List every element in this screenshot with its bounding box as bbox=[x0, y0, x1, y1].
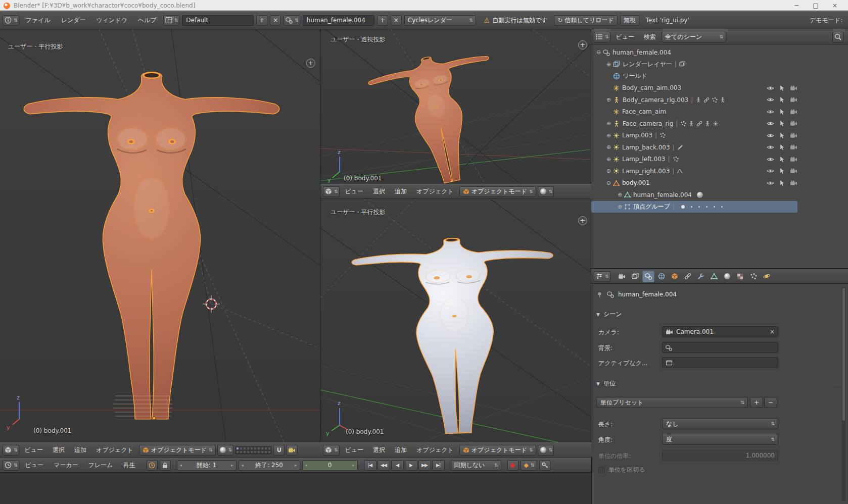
item-label[interactable]: Body_cam_aim.003 bbox=[622, 84, 681, 91]
cursor-icon[interactable] bbox=[779, 144, 785, 150]
editor-type-button[interactable]: ⇅ bbox=[323, 186, 340, 197]
expander-icon[interactable]: ⊕ bbox=[604, 168, 613, 174]
expander-icon[interactable]: ⊕ bbox=[604, 96, 613, 103]
eye-icon[interactable] bbox=[767, 85, 774, 91]
camera-icon[interactable] bbox=[790, 121, 797, 126]
add-scene-button[interactable]: + bbox=[377, 15, 388, 26]
object-menu[interactable]: オブジェクト bbox=[412, 445, 458, 456]
add-menu[interactable]: 追加 bbox=[70, 445, 90, 456]
active-clip-field[interactable] bbox=[662, 357, 778, 368]
expander-icon[interactable]: ⊖ bbox=[604, 180, 613, 186]
jump-start-button[interactable]: |◀ bbox=[364, 460, 376, 471]
cursor-icon[interactable] bbox=[779, 156, 785, 163]
tab-texture[interactable] bbox=[734, 270, 746, 282]
units-panel-header[interactable]: ▼ 単位 ∷∷ bbox=[596, 379, 841, 388]
panel-grip-icon[interactable]: ∷∷ bbox=[833, 380, 841, 387]
camera-icon[interactable] bbox=[790, 85, 797, 91]
play-reverse-button[interactable]: ◀ bbox=[391, 460, 404, 471]
screen-layout-browse-button[interactable]: ⇅ bbox=[163, 15, 180, 26]
viewport-canvas-main[interactable]: z y bbox=[0, 29, 320, 442]
outliner-row-lamp-left[interactable]: ⊕ Lamp_left.003 | bbox=[591, 154, 797, 166]
frame-start-field[interactable]: ◂ 開始: 1 ▸ bbox=[177, 460, 237, 471]
editor-type-button[interactable]: ⇅ bbox=[594, 32, 610, 42]
decrement-arrow[interactable]: ◂ bbox=[180, 463, 182, 468]
eye-icon[interactable] bbox=[767, 168, 774, 174]
delete-scene-button[interactable]: × bbox=[391, 15, 402, 26]
shading-selector[interactable]: ⇅ bbox=[538, 445, 554, 456]
tab-material[interactable] bbox=[721, 270, 733, 282]
eye-icon[interactable] bbox=[767, 97, 774, 103]
item-label[interactable]: Face_camera_rig bbox=[623, 120, 673, 127]
jump-end-button[interactable]: ▶| bbox=[432, 460, 445, 471]
camera-field[interactable]: Camera.001 × bbox=[662, 326, 778, 337]
increment-arrow[interactable]: ▸ bbox=[352, 463, 355, 468]
camera-icon[interactable] bbox=[790, 144, 797, 150]
background-set-field[interactable] bbox=[662, 342, 778, 353]
cursor-icon[interactable] bbox=[779, 109, 785, 115]
tab-constraints[interactable] bbox=[682, 270, 694, 282]
editor-type-button[interactable]: ⇅ bbox=[323, 445, 340, 456]
record-button[interactable] bbox=[507, 460, 519, 471]
remove-preset-button[interactable]: − bbox=[764, 397, 777, 408]
add-layout-button[interactable]: + bbox=[256, 15, 267, 26]
timeline-track-area[interactable] bbox=[0, 473, 591, 504]
close-button[interactable]: × bbox=[825, 2, 844, 9]
menu-help[interactable]: ヘルプ bbox=[134, 15, 161, 26]
view-menu[interactable]: ビュー bbox=[612, 32, 639, 42]
viewport-canvas-top[interactable]: z y bbox=[320, 29, 591, 184]
keying-set-selector[interactable]: ◆⇅ bbox=[521, 460, 538, 471]
frame-menu[interactable]: フレーム bbox=[84, 460, 117, 471]
render-camera-button[interactable] bbox=[286, 445, 298, 456]
angle-unit-selector[interactable]: 度⇅ bbox=[662, 434, 778, 445]
expander-icon[interactable]: ⊕ bbox=[604, 132, 613, 139]
outliner-row-mesh-data[interactable]: ⊕ human_female.004 bbox=[591, 189, 797, 201]
outliner-row-lamp-back[interactable]: ⊕ Lamp_back.003 | bbox=[591, 141, 797, 154]
item-label[interactable]: ワールド bbox=[623, 72, 647, 80]
unit-preset-selector[interactable]: 単位プリセット⇅ bbox=[596, 397, 748, 408]
add-menu[interactable]: 追加 bbox=[391, 445, 411, 456]
prev-keyframe-button[interactable]: ◀◀ bbox=[378, 460, 390, 471]
item-label[interactable]: Lamp_right.003 bbox=[622, 168, 670, 175]
menu-file[interactable]: ファイル bbox=[22, 15, 55, 26]
outliner-row-lamp[interactable]: ⊕ Lamp.003 | bbox=[591, 130, 797, 142]
decrement-arrow[interactable]: ◂ bbox=[242, 463, 244, 468]
search-menu[interactable]: 検索 bbox=[640, 32, 660, 42]
add-preset-button[interactable]: + bbox=[750, 397, 763, 408]
reload-trusted-button[interactable]: ↻信頼してリロード bbox=[554, 15, 617, 26]
object-menu[interactable]: オブジェクト bbox=[412, 186, 458, 197]
item-label[interactable]: 頂点グループ bbox=[633, 203, 670, 211]
camera-icon[interactable] bbox=[790, 180, 797, 186]
item-label[interactable]: Lamp.003 bbox=[622, 132, 652, 139]
mode-selector[interactable]: オブジェクトモード⇅ bbox=[459, 445, 536, 456]
item-label[interactable]: human_female.004 bbox=[633, 191, 692, 198]
item-label[interactable]: human_female.004 bbox=[613, 49, 671, 56]
minimize-button[interactable]: ─ bbox=[787, 2, 806, 9]
delete-layout-button[interactable]: × bbox=[270, 15, 281, 26]
outliner-row-face-cam-aim[interactable]: Face_cam_aim bbox=[591, 106, 797, 118]
clear-camera-button[interactable]: × bbox=[770, 328, 775, 335]
tab-render-layers[interactable] bbox=[629, 270, 641, 282]
next-keyframe-button[interactable]: ▶▶ bbox=[418, 460, 431, 471]
expand-region-button[interactable]: + bbox=[578, 216, 587, 225]
tab-object[interactable] bbox=[669, 270, 681, 282]
item-label[interactable]: Lamp_back.003 bbox=[622, 144, 670, 151]
marker-menu[interactable]: マーカー bbox=[50, 460, 82, 471]
layers-widget[interactable] bbox=[235, 446, 272, 455]
render-engine-selector[interactable]: Cyclesレンダー⇅ bbox=[404, 15, 476, 26]
outliner-row-body-cam-aim[interactable]: Body_cam_aim.003 bbox=[591, 82, 797, 94]
tab-data[interactable] bbox=[708, 270, 720, 282]
expander-icon[interactable]: ⊕ bbox=[616, 204, 624, 210]
frame-end-field[interactable]: ◂ 終了: 250 ▸ bbox=[239, 460, 300, 471]
expander-icon[interactable]: ⊕ bbox=[604, 156, 613, 163]
view-menu[interactable]: ビュー bbox=[341, 186, 368, 197]
unit-scale-field[interactable]: 1.000000 bbox=[662, 450, 778, 461]
expand-region-button[interactable]: + bbox=[578, 40, 587, 49]
view-menu[interactable]: ビュー bbox=[341, 445, 368, 456]
add-menu[interactable]: 追加 bbox=[391, 186, 411, 197]
playback-menu[interactable]: 再生 bbox=[119, 460, 139, 471]
view-menu[interactable]: ビュー bbox=[21, 445, 48, 456]
eye-icon[interactable] bbox=[767, 157, 774, 162]
editor-type-button[interactable]: ⇅ bbox=[3, 445, 19, 456]
object-menu[interactable]: オブジェクト bbox=[92, 445, 137, 456]
decrement-arrow[interactable]: ◂ bbox=[305, 463, 308, 468]
